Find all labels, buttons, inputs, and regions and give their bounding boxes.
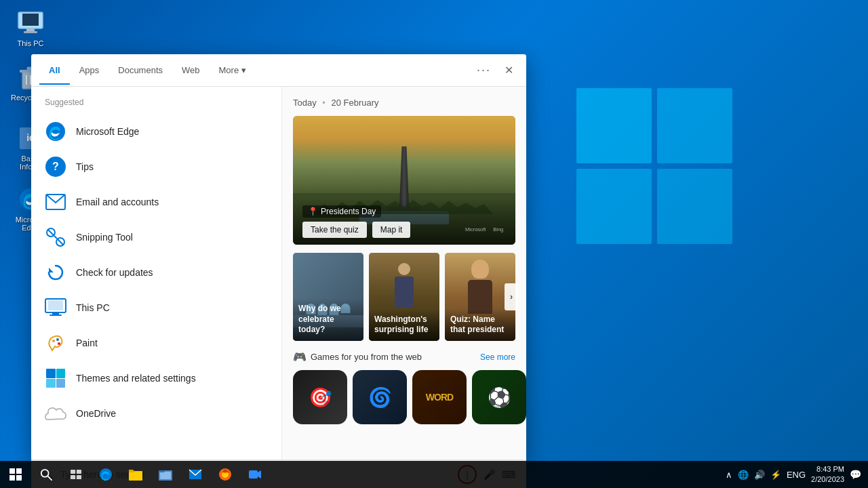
tips-icon: ? [45, 156, 66, 178]
menu-item-thispc[interactable]: This PC [31, 290, 281, 325]
hero-card[interactable]: 📍 Presidents Day Take the quiz Map it Mi… [293, 116, 515, 245]
tray-network-icon[interactable]: 🌐 [738, 470, 749, 480]
task-view-button[interactable] [61, 461, 91, 488]
menu-item-edge[interactable]: Microsoft Edge [31, 114, 281, 149]
cards-row: Why do we celebrate today? Washington's … [293, 253, 515, 341]
windows-logo-desktop [576, 88, 732, 325]
menu-body: Suggested Microsoft Edge ? [31, 87, 526, 461]
updates-icon [45, 262, 66, 283]
tab-apps[interactable]: Apps [70, 56, 109, 85]
svg-point-34 [41, 470, 49, 477]
tray-expand-icon[interactable]: ∧ [726, 470, 732, 480]
game-1-icon: 🎯 [309, 386, 332, 409]
more-options-button[interactable]: ··· [477, 63, 491, 77]
svg-rect-28 [46, 369, 56, 378]
menu-item-paint[interactable]: Paint [31, 325, 281, 361]
menu-item-onedrive[interactable]: OneDrive [31, 396, 281, 431]
taskbar-firefox[interactable] [210, 461, 240, 488]
snipping-label: Snipping Tool [76, 232, 133, 243]
svg-rect-29 [56, 369, 65, 378]
date-value: 20 February [332, 98, 379, 108]
thispc-icon [45, 297, 66, 319]
svg-point-40 [100, 468, 112, 481]
menu-item-updates[interactable]: Check for updates [31, 255, 281, 290]
tray-volume-icon[interactable]: 🔊 [754, 470, 765, 480]
svg-rect-30 [46, 379, 56, 388]
tips-label: Tips [76, 161, 94, 172]
start-menu: All Apps Documents Web More ▾ ··· ✕ Sugg… [31, 54, 526, 461]
tab-more[interactable]: More ▾ [210, 56, 256, 85]
desktop-icon-this-pc[interactable]: This PC [7, 7, 54, 50]
edge-icon [45, 121, 66, 142]
svg-rect-24 [50, 314, 62, 316]
svg-rect-37 [77, 470, 81, 474]
hero-tag: 📍 Presidents Day [302, 205, 381, 218]
menu-item-snipping[interactable]: Snipping Tool [31, 220, 281, 255]
svg-rect-31 [56, 379, 65, 388]
taskbar-zoom[interactable] [240, 461, 270, 488]
notification-icon[interactable]: 💬 [850, 469, 861, 480]
paint-icon [45, 332, 66, 354]
svg-point-13 [46, 122, 65, 141]
suggested-label: Suggested [31, 95, 281, 114]
thispc-label: This PC [76, 302, 110, 313]
tab-web[interactable]: Web [172, 56, 210, 85]
svg-rect-39 [77, 475, 81, 479]
menu-item-tips[interactable]: ? Tips [31, 149, 281, 184]
game-card-1[interactable]: 🎯 [293, 370, 347, 424]
this-pc-icon [17, 9, 44, 37]
themes-icon [45, 367, 66, 389]
games-title: Games for you from the web [311, 352, 476, 362]
game-card-3[interactable]: WORD [412, 370, 467, 424]
taskbar-files[interactable] [121, 461, 151, 488]
tray-clock[interactable]: 8:43 PM 2/20/2023 [811, 464, 844, 485]
tray-date-value: 2/20/2023 [811, 474, 844, 485]
games-section: 🎮 Games for you from the web See more 🎯 … [293, 350, 515, 424]
tab-all[interactable]: All [39, 56, 70, 85]
svg-rect-2 [26, 28, 35, 31]
svg-rect-3 [24, 31, 37, 33]
windows-logo-icon [9, 468, 22, 481]
cards-next-arrow[interactable]: › [505, 283, 518, 310]
close-button[interactable]: ✕ [499, 61, 518, 80]
email-label: Email and accounts [76, 197, 159, 207]
taskbar-explorer[interactable] [151, 461, 180, 488]
email-icon [45, 191, 66, 213]
svg-rect-38 [71, 475, 75, 479]
tray-battery-icon[interactable]: ⚡ [770, 470, 781, 480]
svg-text:Microsoft: Microsoft [465, 226, 486, 232]
start-button[interactable] [0, 461, 31, 488]
date-dot: • [322, 98, 326, 108]
svg-rect-48 [249, 470, 258, 479]
card-washington[interactable]: Washington's surprising life [369, 253, 439, 341]
svg-line-18 [48, 230, 54, 235]
svg-marker-49 [258, 470, 261, 479]
svg-point-26 [56, 338, 59, 341]
svg-rect-36 [71, 470, 75, 474]
desktop: This PC Recycle Bin ie Basic Info IE [0, 0, 868, 488]
menu-item-email[interactable]: Email and accounts [31, 184, 281, 220]
map-it-button[interactable]: Map it [372, 222, 411, 238]
taskbar-search-button[interactable] [31, 461, 61, 488]
taskbar-edge[interactable] [91, 461, 121, 488]
hero-buttons: Take the quiz Map it Microsoft Bing [302, 222, 506, 238]
onedrive-icon [45, 403, 66, 424]
card-why-celebrate[interactable]: Why do we celebrate today? [293, 253, 363, 341]
system-tray: ∧ 🌐 🔊 ⚡ ENG 8:43 PM 2/20/2023 💬 [719, 464, 868, 485]
game-card-4[interactable]: ⚽ [472, 370, 526, 424]
hero-overlay: 📍 Presidents Day Take the quiz Map it Mi… [293, 198, 515, 245]
games-see-more[interactable]: See more [480, 352, 515, 362]
svg-rect-41 [129, 471, 142, 481]
game-card-2[interactable]: 🌀 [353, 370, 407, 424]
themes-label: Themes and related settings [76, 373, 196, 384]
svg-rect-23 [52, 312, 59, 314]
onedrive-label: OneDrive [76, 408, 116, 419]
menu-item-themes[interactable]: Themes and related settings [31, 361, 281, 396]
tab-documents[interactable]: Documents [108, 56, 172, 85]
take-quiz-button[interactable]: Take the quiz [302, 222, 367, 238]
svg-line-35 [48, 476, 52, 480]
game-3-icon: WORD [426, 392, 453, 403]
tray-lang-icon[interactable]: ENG [787, 470, 806, 480]
taskbar-mail[interactable] [180, 461, 210, 488]
game-4-icon: ⚽ [488, 386, 511, 409]
